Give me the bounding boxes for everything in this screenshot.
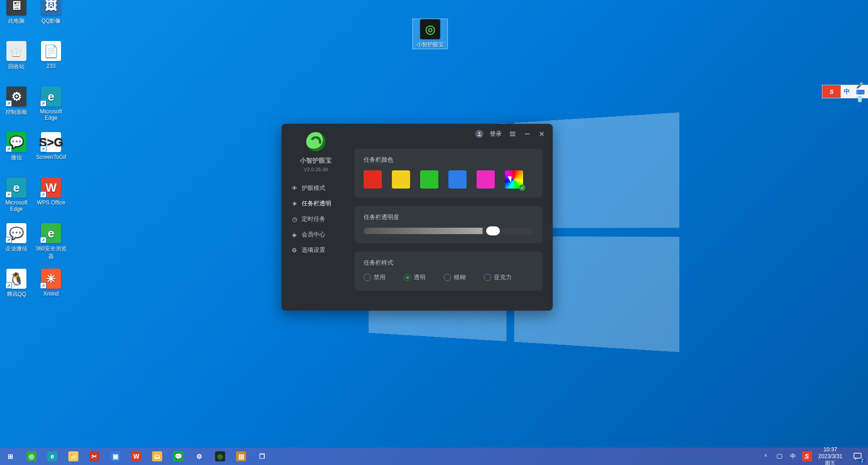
desktop-icon[interactable]: e↗Microsoft Edge [0,178,34,212]
desktop-icon[interactable]: ⚙↗控制面板 [0,87,34,116]
tray-sogou[interactable]: S [800,448,814,465]
menu-button[interactable] [506,128,519,140]
taskbar-clock[interactable]: 10:37 2023/3/31 周五 [814,446,847,465]
app-logo-icon [306,132,325,151]
terminal-icon: ▤ [236,451,246,461]
start-icon: ⊞ [5,451,15,461]
ime-item[interactable]: ⌨ [853,89,868,96]
style-radio[interactable]: 亚克力 [484,273,512,281]
action-center-button[interactable]: 2 [847,448,868,465]
eyeguard-icon: ◎ [215,451,225,461]
taskbar-app-360[interactable]: ◎ [21,448,42,465]
desktop-icon-label: 腾讯QQ [7,291,26,297]
nav-label: 任务栏透明 [302,199,331,208]
taskbar-app-taskview[interactable]: ❐ [252,448,272,465]
desktop-icon[interactable]: S>G↗ScreenToGif [34,132,68,160]
desktop-icon[interactable]: 🖥此电脑 [0,0,34,25]
settings-icon: ⚙ [194,451,204,461]
radio-dot-icon [444,274,451,281]
clock-time: 10:37 [818,446,842,453]
ime-toolbar[interactable]: S 中 ，🎤⌨👕⚙ [822,85,868,98]
color-swatch[interactable] [477,170,495,189]
nav-item-sparkle[interactable]: ✳任务栏透明 [286,196,345,211]
style-radio[interactable]: 透明 [404,273,426,281]
color-swatch-custom[interactable]: ✓ [505,170,523,189]
taskbar-app-settings[interactable]: ⚙ [189,448,210,465]
taskbar-app-start[interactable]: ⊞ [0,448,21,465]
gear-icon: ⚙ [291,246,298,254]
nav-item-eye[interactable]: 👁护眼模式 [286,180,345,196]
taskbar-app-wps[interactable]: W [126,448,147,465]
ime-item[interactable]: ⚙ [853,102,868,109]
desktop-icon[interactable]: 🗑回收站 [0,41,34,71]
app-version: V2.0.26.38 [303,167,328,172]
desktop-icon[interactable]: 💬↗企业微信 [0,223,34,253]
desktop-icon-eyeguard[interactable]: ◎ 小智护眼宝 [413,19,447,49]
close-button[interactable] [535,128,548,140]
taskbar-app-photos[interactable]: ▣ [105,448,126,465]
taskview-icon: ❐ [257,451,267,461]
sparkle-icon: ✳ [291,200,298,207]
opacity-slider[interactable] [364,228,534,234]
hamburger-icon [509,131,516,137]
desktop-icon[interactable]: e↗Microsoft Edge [34,87,68,121]
tray-glyph-icon: 🖵 [776,453,782,460]
desktop-icon[interactable]: e↗360安全浏览器 [34,223,68,261]
desktop-icon-label: 此电脑 [8,18,25,24]
desktop-icon-label: 企业微信 [5,245,27,252]
mouse-cursor-icon [508,174,514,183]
taskbar-app-snip[interactable]: ✂ [84,448,105,465]
panel-title: 任务栏颜色 [364,156,534,164]
color-swatch[interactable] [448,170,467,189]
color-swatch[interactable] [420,170,438,189]
taskbar[interactable]: ⊞◎e📁✂▣W🗂💬⚙◎▤❐ ＾🖵中 S 10:37 2023/3/31 周五 2 [0,448,868,465]
snip-icon: ✂ [89,451,99,461]
shortcut-arrow-icon: ↗ [40,191,46,198]
style-radio-group: 禁用透明模糊亚克力 [364,273,534,281]
tray-icon[interactable]: 🖵 [773,448,786,465]
taskbar-app-edge[interactable]: e [42,448,63,465]
desktop-icon[interactable]: 🐧↗腾讯QQ [0,269,34,298]
ime-item[interactable]: ， [853,74,868,82]
ime-item[interactable]: 👕 [853,96,868,102]
style-radio[interactable]: 模糊 [444,273,466,281]
color-swatch[interactable] [392,170,410,189]
minimize-icon [524,131,530,137]
desktop-icon[interactable]: ✳↗Xmind [34,269,68,297]
nav-label: 选项设置 [302,246,325,254]
taskbar-app-wechat[interactable]: 💬 [168,448,189,465]
clock-icon: ◷ [291,215,298,223]
tray-glyph-icon: 中 [790,452,796,460]
taskbar-app-terminal[interactable]: ▤ [231,448,252,465]
desktop-icon-label: 小智护眼宝 [416,41,444,48]
taskbar-app-files[interactable]: 🗂 [147,448,168,465]
desktop-icon[interactable]: 📄233 [34,41,68,69]
color-swatch[interactable] [364,170,382,189]
nav-label: 护眼模式 [302,184,325,192]
nav-item-diamond[interactable]: ◈会员中心 [286,227,345,242]
ime-mode[interactable]: 中 [841,85,853,98]
desktop-icon-label: Microsoft Edge [40,108,62,121]
taskbar-app-explorer[interactable]: 📁 [63,448,84,465]
desktop-icon[interactable]: 🖼QQ影像 [34,0,68,25]
shortcut-arrow-icon: ↗ [5,100,12,107]
login-button[interactable]: 登录 [487,128,504,140]
desktop-icon[interactable]: 💬↗微信 [0,132,34,162]
tray-icon[interactable]: ＾ [759,448,773,465]
ime-item[interactable]: 🎤 [853,82,868,89]
radio-label: 禁用 [374,273,385,281]
taskbar-app-eyeguard[interactable]: ◎ [210,448,231,465]
nav-item-gear[interactable]: ⚙选项设置 [286,242,345,258]
panel-title: 任务栏透明度 [364,213,534,221]
desktop-icon[interactable]: W↗WPS Office [34,178,68,206]
system-tray: ＾🖵中 S 10:37 2023/3/31 周五 2 [759,448,868,465]
svg-point-0 [478,132,481,134]
radio-label: 亚克力 [494,273,512,281]
slider-thumb[interactable] [486,226,500,235]
minimize-button[interactable] [521,128,534,140]
photos-icon: ▣ [110,451,120,461]
style-radio[interactable]: 禁用 [364,273,385,281]
sogou-logo-icon[interactable]: S [822,85,841,98]
tray-icon[interactable]: 中 [786,448,800,465]
nav-item-clock[interactable]: ◷定时任务 [286,211,345,227]
